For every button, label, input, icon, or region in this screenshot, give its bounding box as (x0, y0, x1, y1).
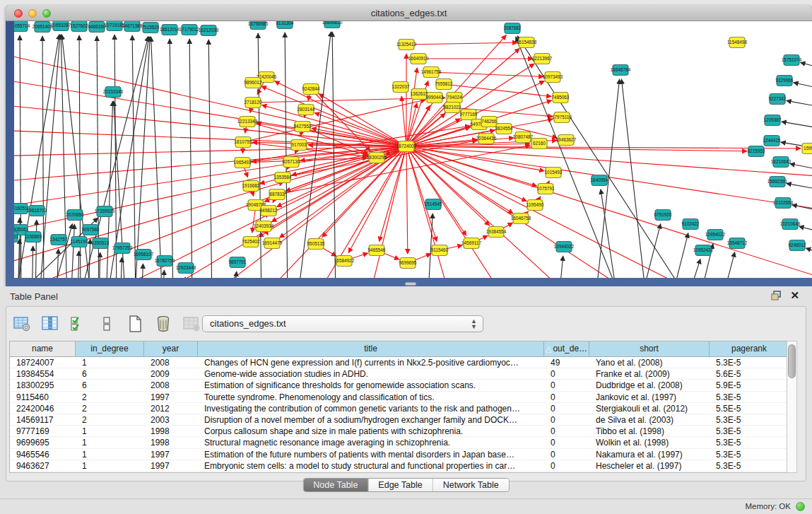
graph-node[interactable]: 17957253 (112, 243, 133, 254)
graph-node[interactable]: 9821022 (444, 103, 461, 113)
graph-node[interactable]: 1145190 (71, 237, 88, 247)
graph-node[interactable]: 12102654 (773, 198, 794, 209)
graph-node[interactable]: 1916682 (242, 181, 260, 192)
graph-node[interactable]: 9242844 (302, 84, 320, 95)
graph-node[interactable]: 20153346 (103, 87, 124, 98)
column-header-title[interactable]: title (198, 341, 544, 357)
graph-node[interactable]: 14569117 (461, 238, 481, 249)
graph-node[interactable]: 7955812 (435, 79, 453, 90)
scrollbar-thumb[interactable] (788, 344, 796, 378)
graph-node[interactable]: 1350513 (92, 238, 110, 249)
table-scrollbar[interactable] (787, 341, 797, 473)
graph-node[interactable]: 9246012 (789, 240, 806, 251)
table-selector-dropdown[interactable]: citations_edges.txt ▲▼ (202, 315, 483, 332)
graph-node[interactable]: 14055714 (14, 21, 30, 32)
graph-node[interactable]: 887833 (269, 189, 285, 200)
graph-node[interactable]: 16648784 (611, 65, 631, 76)
graph-node[interactable]: 15692391 (767, 177, 788, 187)
splitter-drag-handle[interactable] (405, 282, 416, 286)
graph-node[interactable]: 16212038 (199, 25, 219, 36)
graph-node[interactable]: 16210643 (771, 157, 792, 168)
graph-node[interactable]: 18724007 (396, 141, 417, 152)
table-row[interactable]: 1830029562008Estimation of significance … (10, 380, 794, 391)
column-header-pagerank[interactable]: pagerank (710, 341, 789, 357)
graph-node[interactable]: 62160 (531, 139, 547, 149)
select-columns-icon[interactable] (69, 314, 88, 334)
show-columns-icon[interactable] (40, 314, 60, 334)
column-header-short[interactable]: short (589, 341, 710, 357)
graph-node[interactable]: 9097588 (82, 225, 100, 235)
window-titlebar[interactable]: citations_edges.txt (6, 6, 812, 21)
graph-node[interactable]: 1353584 (274, 173, 292, 183)
tab-edge-table[interactable]: Edge Table (368, 479, 433, 491)
graph-node[interactable]: 2087682 (504, 23, 522, 34)
graph-node[interactable]: 8131304 (276, 21, 294, 29)
table-row[interactable]: 1456911722003Disruption of a novel membe… (10, 414, 794, 426)
graph-node[interactable]: 16914479 (262, 238, 283, 249)
graph-node[interactable]: 1156869 (25, 232, 42, 243)
graph-node[interactable]: 8427552 (294, 122, 312, 132)
column-header-in_degree[interactable]: in_degree (76, 341, 144, 357)
graph-node[interactable]: 20364436 (476, 134, 497, 144)
graph-node[interactable]: 16640910 (408, 54, 429, 64)
rows-icon[interactable] (97, 314, 117, 334)
graph-node[interactable]: 1965493 (234, 158, 252, 168)
graph-node[interactable]: 9857791 (229, 257, 247, 268)
graph-node[interactable]: 8215953 (748, 146, 765, 157)
graph-node[interactable]: 6466160 (88, 22, 106, 33)
graph-node[interactable]: 8267130 (283, 157, 300, 168)
network-canvas[interactable]: 1405571420691406106532871527602646616010… (14, 21, 812, 278)
graph-node[interactable]: 9498212 (260, 206, 278, 216)
graph-node[interactable]: 16154838 (517, 37, 537, 48)
table-row[interactable]: 1938455462009Genome-wide association stu… (10, 368, 794, 380)
tab-network-table[interactable]: Network Table (433, 479, 509, 491)
graph-node[interactable]: 9990443 (426, 93, 444, 103)
graph-node[interactable]: 9505135 (307, 239, 325, 250)
graph-node[interactable]: 17179012 (180, 25, 200, 35)
column-header-name[interactable]: name (10, 341, 76, 357)
graph-node[interactable]: 2803144 (298, 105, 315, 115)
graph-node[interactable]: 16649810 (322, 21, 343, 28)
graph-node[interactable]: 9699695 (399, 258, 417, 269)
graph-node[interactable]: 1810755 (235, 137, 252, 148)
graph-node[interactable]: 1195490 (526, 200, 544, 211)
table-settings-icon[interactable] (12, 314, 32, 334)
graph-node[interactable]: 16584922 (334, 256, 355, 267)
column-header-out_degree[interactable]: △out_de… (544, 341, 589, 357)
table-row[interactable]: 969969511998Structural magnetic resonanc… (10, 437, 794, 448)
graph-node[interactable]: 18756985 (248, 21, 269, 30)
graph-node[interactable]: 18612014 (160, 25, 180, 35)
network-graph[interactable]: 1405571420691406106532871527602646616010… (14, 21, 812, 278)
graph-node[interactable]: 14961758 (421, 67, 442, 78)
graph-node[interactable]: 11548498 (727, 37, 747, 48)
graph-node[interactable]: 15751074 (782, 55, 802, 66)
graph-node[interactable]: 19384554 (486, 227, 507, 238)
graph-node[interactable]: 7625402 (242, 237, 260, 247)
table-row[interactable]: 1872400712008Changes of HCN gene express… (10, 357, 794, 368)
table-row[interactable]: 946554611997Estimation of the future num… (10, 449, 794, 460)
graph-node[interactable]: 15958 (802, 144, 812, 154)
graph-node[interactable]: 1342757 (50, 235, 68, 245)
graph-node[interactable]: 12403934 (254, 221, 274, 232)
graph-node[interactable]: 2718120 (245, 98, 262, 108)
delete-table-icon[interactable] (153, 314, 173, 334)
graph-node[interactable]: 10952422 (693, 245, 714, 256)
graph-node[interactable]: 10954022 (705, 230, 726, 240)
graph-node[interactable]: 9329966 (776, 76, 794, 86)
graph-node[interactable]: 7515520 (142, 23, 160, 33)
graph-node[interactable]: 18548712 (727, 238, 748, 249)
graph-node[interactable]: 18300295 (367, 153, 387, 163)
graph-node[interactable]: 7485063 (552, 93, 570, 103)
graph-node[interactable]: 10973493 (543, 72, 563, 83)
graph-node[interactable]: 12213967 (532, 54, 553, 64)
graph-node[interactable]: 1527602 (71, 21, 88, 32)
graph-node[interactable]: 16046758 (511, 214, 531, 224)
graph-node[interactable]: 9102422 (682, 219, 700, 230)
graph-node[interactable]: 19616702 (27, 206, 47, 216)
table-row[interactable]: 2242004622012Investigating the contribut… (10, 403, 794, 414)
graph-node[interactable]: 10807487 (513, 132, 534, 143)
graph-node[interactable]: 9465546 (368, 245, 386, 256)
table-row[interactable]: 911546021997Tourette syndrome. Phenomeno… (10, 392, 794, 403)
graph-node[interactable]: 17975113 (552, 112, 572, 123)
graph-node[interactable]: 11325413 (396, 40, 416, 50)
